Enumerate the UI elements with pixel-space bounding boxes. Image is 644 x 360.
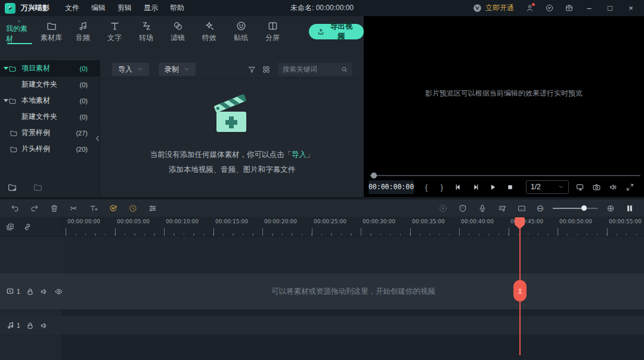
delete-button[interactable] — [44, 201, 64, 216]
maximize-button[interactable]: □ — [602, 2, 618, 15]
preview-quality-select[interactable]: 1/2 — [526, 180, 569, 194]
chevron-down-icon — [137, 66, 143, 72]
smart-reframe-button[interactable] — [103, 201, 123, 216]
upgrade-button[interactable]: 立即开通 — [472, 3, 514, 13]
import-link[interactable]: 导入 — [292, 150, 306, 159]
next-frame-button[interactable] — [467, 180, 484, 194]
preview-seekbar[interactable] — [370, 173, 640, 179]
tab-text[interactable]: 文字 — [99, 19, 131, 44]
audio-track-icon — [6, 321, 16, 330]
fullscreen-button[interactable] — [621, 180, 638, 194]
mark-in-button[interactable]: { — [419, 183, 434, 192]
play-button[interactable] — [484, 180, 501, 194]
lock-icon — [26, 321, 35, 330]
sidebar-item-intro-samples[interactable]: 片头样例 (20) — [0, 141, 100, 157]
sidebar-collapse-handle[interactable] — [95, 131, 100, 146]
seekbar-handle[interactable] — [371, 173, 377, 179]
timeline-ruler[interactable]: 00:00:00:00 00:00:05:00 00:00:10:00 00:0… — [0, 217, 644, 236]
zoom-in-button[interactable]: ⊕ — [602, 203, 620, 214]
new-folder-button[interactable] — [7, 182, 17, 192]
tab-audio[interactable]: 音频 — [67, 19, 99, 44]
caret-down-icon[interactable] — [4, 99, 8, 102]
track-area-upper[interactable] — [0, 236, 644, 273]
sidebar-item-project-media[interactable]: 项目素材 (0) — [0, 60, 100, 76]
snapshot-button[interactable] — [588, 180, 605, 194]
lock-track-button[interactable] — [26, 321, 35, 330]
media-empty-state: 当前没有添加任何媒体素材，你可以点击「导入」 添加本地视频、音频、图片和字幕文件 — [100, 91, 364, 175]
ruler-lane[interactable]: 00:00:00:00 00:00:05:00 00:00:10:00 00:0… — [63, 217, 644, 236]
snap-link-button[interactable] — [23, 222, 32, 232]
item-count: (27) — [76, 130, 88, 137]
search-input[interactable] — [283, 66, 340, 73]
tab-transitions[interactable]: 转场 — [131, 19, 162, 44]
timeline-zoom-slider[interactable] — [553, 201, 598, 216]
tab-stickers[interactable]: 贴纸 — [225, 19, 257, 44]
split-button[interactable]: ✂ — [64, 201, 83, 216]
menu-file[interactable]: 文件 — [59, 0, 85, 16]
split-screen-icon — [267, 20, 278, 32]
export-video-button[interactable]: 导出视频 — [309, 24, 364, 39]
zoom-slider-handle[interactable] — [581, 205, 587, 211]
tab-my-media[interactable]: 我的素材 — [4, 19, 36, 44]
mark-out-button[interactable]: } — [434, 183, 450, 192]
volume-button[interactable] — [605, 180, 621, 194]
speed-button[interactable] — [123, 201, 143, 216]
store-button[interactable] — [561, 2, 577, 15]
filter-button[interactable] — [244, 63, 259, 76]
app-title: 万兴喵影 — [21, 3, 49, 13]
stop-button[interactable] — [501, 180, 519, 194]
feedback-button[interactable] — [541, 2, 557, 15]
caption-button[interactable] — [512, 201, 531, 216]
sidebar-item-new-folder-1[interactable]: 新建文件夹 (0) — [0, 76, 100, 93]
marker-button[interactable] — [453, 201, 472, 216]
manage-tracks-button[interactable] — [5, 222, 15, 232]
render-preview-button[interactable] — [433, 201, 453, 216]
video-track-icon — [6, 287, 16, 296]
media-toolbar: 导入 录制 — [100, 63, 364, 79]
grid-view-button[interactable] — [259, 63, 273, 76]
account-button[interactable] — [522, 2, 537, 15]
mute-track-button[interactable] — [40, 321, 49, 330]
grid-icon — [262, 65, 271, 74]
hide-track-button[interactable] — [54, 287, 63, 296]
tab-effects[interactable]: 特效 — [194, 19, 225, 44]
chevron-down-icon — [184, 66, 190, 72]
tab-split-screen[interactable]: 分屏 — [257, 19, 289, 44]
tab-filters[interactable]: 滤镜 — [162, 19, 194, 44]
adjust-button[interactable] — [143, 201, 162, 216]
audio-track-row: 1 — [0, 316, 644, 334]
mute-track-button[interactable] — [40, 287, 49, 296]
prev-frame-button[interactable] — [450, 180, 467, 194]
add-text-button[interactable] — [83, 201, 103, 216]
redo-button[interactable] — [24, 201, 44, 216]
zoom-out-button[interactable]: ⊖ — [531, 203, 549, 214]
audio-mixer-button[interactable] — [492, 201, 512, 216]
folder-icon — [8, 64, 17, 73]
record-button[interactable]: 录制 — [159, 63, 196, 76]
sidebar-item-new-folder-2[interactable]: 新建文件夹 (0) — [0, 109, 100, 125]
close-button[interactable]: × — [623, 2, 639, 15]
menu-view[interactable]: 显示 — [138, 0, 164, 16]
monitor-icon — [575, 183, 584, 192]
sidebar-item-local-media[interactable]: 本地素材 (0) — [0, 93, 100, 109]
preview-panel: 影片预览区可以根据当前编辑的效果进行实时预览 00:00:00:00 { } 1… — [364, 16, 644, 197]
funnel-icon — [247, 65, 256, 74]
search-box[interactable] — [278, 63, 352, 76]
undo-button[interactable] — [5, 201, 24, 216]
panel-layout-button[interactable] — [620, 201, 639, 216]
minimize-button[interactable]: – — [581, 2, 597, 15]
menu-clip[interactable]: 剪辑 — [112, 0, 138, 16]
title-bar: 万兴喵影 文件 编辑 剪辑 显示 帮助 未命名: 00:00:00:00 立即开… — [0, 0, 644, 16]
import-button[interactable]: 导入 — [112, 63, 149, 76]
menu-edit[interactable]: 编辑 — [85, 0, 112, 16]
tab-stock-media[interactable]: 素材库 — [36, 19, 67, 44]
sidebar-item-background-samples[interactable]: 背景样例 (27) — [0, 125, 100, 141]
caret-down-icon[interactable] — [4, 67, 8, 70]
timeline-drop-hint[interactable]: 可以将素材或资源拖动到这里，开始创建你的视频 — [63, 273, 644, 309]
lock-track-button[interactable] — [26, 287, 35, 296]
playhead-cut-button[interactable]: ✂ — [513, 280, 527, 301]
voiceover-button[interactable] — [472, 201, 492, 216]
menu-help[interactable]: 帮助 — [164, 0, 190, 16]
display-device-button[interactable] — [571, 180, 588, 194]
delete-folder-button[interactable] — [33, 182, 43, 192]
